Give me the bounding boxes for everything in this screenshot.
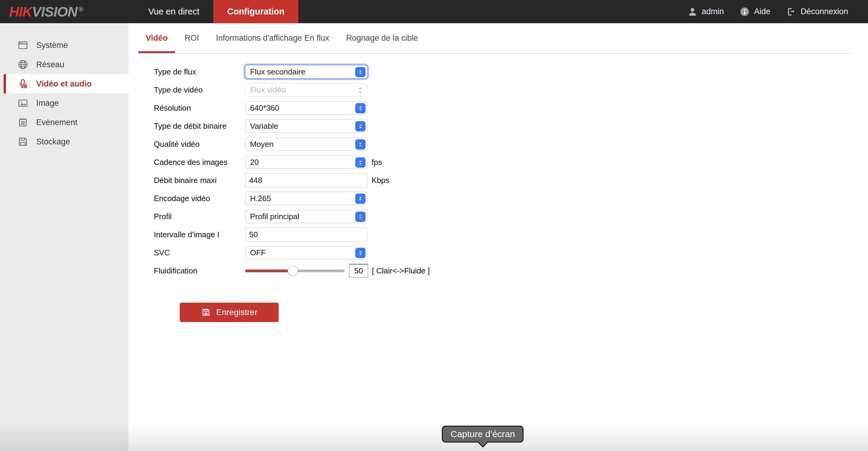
save-button[interactable]: Enregistrer	[180, 303, 279, 322]
form-row-video-type: Type de vidéo Flux vidéo	[154, 81, 868, 99]
select-value: Profil principal	[250, 212, 299, 221]
logout-icon	[786, 7, 796, 17]
select-stepper-icon	[355, 139, 366, 150]
field-label: Cadence des images	[154, 158, 245, 167]
stream-type-select[interactable]: Flux secondaire	[245, 65, 367, 78]
window-icon	[18, 40, 28, 51]
user-icon	[687, 7, 698, 17]
profile-select[interactable]: Profil principal	[245, 210, 367, 223]
select-stepper-icon	[355, 212, 366, 222]
select-value: 20	[250, 158, 259, 167]
floppy-disk-icon	[18, 136, 28, 147]
slider-handle[interactable]	[288, 266, 298, 276]
main-content: Vidéo ROI Informations d'affichage En fl…	[128, 23, 868, 451]
sidebar-item-evenement[interactable]: Evènement	[0, 113, 128, 132]
field-label: SVC	[154, 248, 245, 257]
user-name: admin	[702, 7, 724, 16]
select-stepper-icon	[355, 103, 366, 114]
form-row-bitrate-type: Type de débit binaire Variable	[154, 117, 868, 135]
screenshot-tooltip: Capture d’écran	[442, 426, 524, 443]
sidebar-item-systeme[interactable]: Système	[0, 36, 128, 55]
resolution-select[interactable]: 640*360	[245, 101, 367, 115]
form-row-resolution: Résolution 640*360	[154, 99, 868, 117]
sidebar: Système Réseau Vidéo et audio Image Evèn…	[0, 23, 128, 451]
slider-track[interactable]	[245, 269, 345, 272]
smoothing-value-input[interactable]	[349, 264, 368, 278]
info-icon	[740, 7, 750, 17]
registered-mark: ®	[79, 5, 83, 13]
logout-menu[interactable]: Déconnexion	[786, 7, 848, 17]
unit-kbps: Kbps	[372, 176, 390, 185]
bitrate-type-select[interactable]: Variable	[245, 119, 367, 133]
logout-label: Déconnexion	[801, 7, 848, 16]
select-value: H.265	[250, 194, 271, 203]
video-quality-select[interactable]: Moyen	[245, 137, 367, 151]
form-row-svc: SVC OFF	[154, 244, 868, 262]
form-row-iframe-interval: Intervalle d'image I	[154, 226, 868, 244]
field-label: Profil	[154, 212, 245, 221]
select-stepper-icon	[355, 248, 366, 258]
tab-target-cropping[interactable]: Rognage de la cible	[339, 23, 425, 53]
field-label: Intervalle d'image I	[154, 230, 245, 239]
help-menu[interactable]: Aide	[740, 7, 770, 17]
form-row-smoothing: Fluidification [ Clair<->Fluide ]	[154, 262, 868, 280]
iframe-interval-input[interactable]	[245, 228, 367, 241]
microphone-play-icon	[18, 78, 28, 89]
sidebar-item-label: Image	[36, 99, 59, 108]
unit-fps: fps	[372, 158, 382, 167]
save-icon	[201, 308, 211, 317]
sidebar-item-stockage[interactable]: Stockage	[0, 132, 128, 151]
field-label: Encodage vidéo	[154, 194, 245, 203]
video-settings-form: Type de flux Flux secondaire Type de vid…	[128, 63, 868, 322]
field-label: Fluidification	[154, 266, 245, 276]
frame-rate-select[interactable]: 20	[245, 156, 367, 169]
field-label: Débit binaire maxi	[154, 176, 245, 185]
smoothing-slider[interactable]	[245, 264, 345, 277]
select-value: Variable	[250, 122, 278, 131]
save-button-label: Enregistrer	[216, 308, 257, 317]
svc-select[interactable]: OFF	[245, 246, 367, 259]
user-menu[interactable]: admin	[687, 7, 724, 17]
tab-stream-osd-info[interactable]: Informations d'affichage En flux	[209, 23, 336, 53]
smoothing-control: [ Clair<->Fluide ]	[245, 264, 430, 278]
tab-live-view[interactable]: Vue en direct	[134, 0, 213, 23]
content-tabs: Vidéo ROI Informations d'affichage En fl…	[138, 23, 851, 54]
select-value: Flux vidéo	[250, 85, 286, 95]
select-value: 640*360	[250, 103, 279, 113]
sidebar-item-label: Vidéo et audio	[36, 79, 92, 89]
video-encoding-select[interactable]: H.265	[245, 192, 367, 205]
sidebar-item-label: Stockage	[36, 137, 70, 147]
select-value: Flux secondaire	[250, 67, 306, 76]
max-bitrate-input[interactable]	[245, 173, 367, 187]
top-navigation: Vue en direct Configuration	[134, 0, 298, 23]
help-label: Aide	[754, 7, 770, 16]
smoothing-range-hint: [ Clair<->Fluide ]	[372, 266, 430, 276]
globe-icon	[18, 59, 28, 70]
sidebar-item-reseau[interactable]: Réseau	[0, 55, 128, 74]
sidebar-item-video-audio[interactable]: Vidéo et audio	[4, 74, 128, 93]
sidebar-item-image[interactable]: Image	[0, 93, 128, 113]
video-type-select: Flux vidéo	[245, 83, 367, 96]
select-stepper-icon	[355, 157, 366, 168]
form-row-video-encoding: Encodage vidéo H.265	[154, 189, 868, 207]
field-label: Type de débit binaire	[154, 122, 245, 131]
tab-video[interactable]: Vidéo	[138, 23, 175, 53]
sidebar-list: Système Réseau Vidéo et audio Image Evèn…	[0, 36, 128, 151]
picture-icon	[18, 98, 28, 108]
field-label: Type de vidéo	[154, 85, 245, 95]
form-row-max-bitrate: Débit binaire maxi Kbps	[154, 171, 868, 189]
sidebar-item-label: Réseau	[36, 60, 64, 69]
tooltip-box: Capture d’écran	[442, 426, 524, 443]
sidebar-item-label: Evènement	[36, 118, 78, 127]
tab-configuration[interactable]: Configuration	[213, 0, 298, 23]
tab-roi[interactable]: ROI	[177, 23, 206, 53]
sidebar-item-label: Système	[36, 41, 68, 50]
field-label: Résolution	[154, 103, 245, 113]
select-value: Moyen	[250, 139, 274, 149]
select-stepper-icon	[355, 121, 366, 131]
top-right-menu: admin Aide Déconnexion	[672, 7, 848, 17]
form-row-profile: Profil Profil principal	[154, 207, 868, 226]
field-label: Qualité vidéo	[154, 139, 245, 149]
slider-fill	[245, 269, 293, 272]
form-row-stream-type: Type de flux Flux secondaire	[154, 63, 868, 81]
